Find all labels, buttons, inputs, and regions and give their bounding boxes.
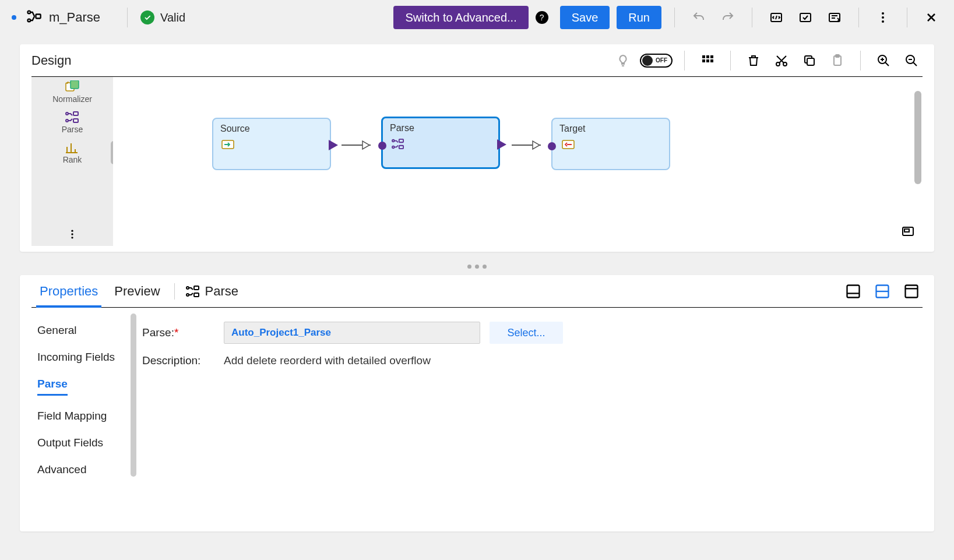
hint-button xyxy=(612,50,634,72)
side-tab-field-mapping[interactable]: Field Mapping xyxy=(31,403,136,429)
switch-advanced-button[interactable]: Switch to Advanced... xyxy=(393,6,528,29)
svg-rect-27 xyxy=(73,119,78,122)
palette-item-normalizer[interactable]: Normalizer xyxy=(31,77,113,107)
palette-more-button[interactable] xyxy=(31,223,113,246)
port-in-icon[interactable] xyxy=(548,142,556,150)
svg-point-8 xyxy=(882,20,884,23)
layout-bottom-button[interactable] xyxy=(842,280,864,302)
separator xyxy=(674,8,675,27)
parameters-button[interactable] xyxy=(765,6,787,29)
layout-toggles xyxy=(842,280,923,302)
paste-button xyxy=(826,50,849,72)
svg-rect-41 xyxy=(194,286,199,290)
svg-rect-2 xyxy=(36,15,41,19)
design-title: Design xyxy=(31,53,71,68)
auto-layout-toggle[interactable]: OFF xyxy=(640,54,673,68)
description-label: Description: xyxy=(142,354,224,367)
edge xyxy=(342,145,371,146)
unsaved-indicator-icon xyxy=(12,15,16,20)
status-text: Valid xyxy=(160,11,185,24)
svg-rect-13 xyxy=(706,59,709,62)
svg-rect-42 xyxy=(194,293,199,297)
side-tab-general[interactable]: General xyxy=(31,317,136,344)
side-tab-incoming-fields[interactable]: Incoming Fields xyxy=(31,344,136,371)
svg-point-32 xyxy=(392,140,395,142)
svg-rect-4 xyxy=(800,13,811,22)
more-menu-button[interactable] xyxy=(872,6,894,29)
tab-properties[interactable]: Properties xyxy=(31,275,106,307)
port-in-icon[interactable] xyxy=(378,142,386,150)
properties-tab-bar: Properties Preview Parse xyxy=(31,275,923,308)
select-asset-button[interactable]: Select... xyxy=(490,322,563,344)
properties-side-tabs: General Incoming Fields Parse Field Mapp… xyxy=(31,308,136,531)
node-parse[interactable]: Parse xyxy=(381,117,500,169)
zoom-in-button[interactable] xyxy=(872,50,895,72)
node-source[interactable]: Source xyxy=(212,118,331,170)
source-icon xyxy=(221,139,323,153)
svg-rect-14 xyxy=(710,59,713,62)
svg-point-7 xyxy=(882,16,884,19)
separator xyxy=(730,51,731,71)
separator xyxy=(174,283,175,300)
mapping-icon xyxy=(26,8,42,27)
parse-asset-field[interactable]: Auto_Project1_Parse xyxy=(224,322,480,344)
node-title: Source xyxy=(220,124,323,134)
separator xyxy=(858,8,859,27)
side-tab-parse[interactable]: Parse xyxy=(31,371,136,403)
svg-point-29 xyxy=(71,233,73,235)
svg-point-40 xyxy=(186,294,189,296)
arrow-icon xyxy=(531,140,542,153)
svg-rect-35 xyxy=(399,146,403,149)
tab-preview[interactable]: Preview xyxy=(106,275,168,307)
zoom-out-button[interactable] xyxy=(900,50,923,72)
port-out-icon[interactable] xyxy=(496,137,509,154)
cut-button[interactable] xyxy=(770,50,793,72)
top-toolbar: m_Parse Valid Switch to Advanced... ? Sa… xyxy=(0,0,954,35)
svg-rect-38 xyxy=(904,229,909,232)
separator xyxy=(127,8,128,27)
panel-resize-handle[interactable] xyxy=(20,261,934,272)
close-button[interactable] xyxy=(920,6,942,29)
svg-rect-11 xyxy=(710,55,713,58)
save-button[interactable]: Save xyxy=(560,6,610,29)
palette-item-rank[interactable]: Rank xyxy=(31,138,113,168)
delete-button[interactable] xyxy=(742,50,765,72)
design-canvas[interactable]: Source Parse xyxy=(113,77,923,246)
properties-panel: Properties Preview Parse General Incomin… xyxy=(20,275,934,531)
layout-split-button[interactable] xyxy=(871,280,893,302)
separator xyxy=(907,8,907,27)
parse-asset-label: Parse:* xyxy=(142,326,224,339)
run-button[interactable]: Run xyxy=(617,6,661,29)
canvas-scrollbar[interactable] xyxy=(914,91,921,184)
separator xyxy=(684,51,685,71)
svg-rect-47 xyxy=(906,285,918,297)
help-icon[interactable]: ? xyxy=(536,11,548,24)
palette-label: Parse xyxy=(62,125,83,134)
validate-button[interactable] xyxy=(794,6,816,29)
layout-full-button[interactable] xyxy=(900,280,923,302)
palette-label: Normalizer xyxy=(52,94,92,104)
palette-label: Rank xyxy=(63,155,82,164)
svg-point-1 xyxy=(28,19,31,22)
minimap-button[interactable] xyxy=(897,220,919,242)
separator xyxy=(752,8,752,27)
node-target[interactable]: Target xyxy=(551,118,670,170)
copy-button[interactable] xyxy=(798,50,821,72)
target-icon xyxy=(561,139,662,153)
check-circle-icon xyxy=(140,10,154,24)
separator xyxy=(860,51,861,71)
sql-override-button[interactable] xyxy=(823,6,846,29)
side-tab-output-fields[interactable]: Output Fields xyxy=(31,429,136,456)
edge xyxy=(512,145,541,146)
svg-rect-23 xyxy=(71,80,79,89)
port-out-icon[interactable] xyxy=(328,138,340,155)
breadcrumb-label: Parse xyxy=(205,284,238,299)
svg-point-28 xyxy=(71,230,73,232)
parse-icon xyxy=(391,138,491,152)
svg-rect-17 xyxy=(807,58,814,65)
palette-item-parse[interactable]: Parse xyxy=(31,107,113,138)
side-tabs-scrollbar[interactable] xyxy=(131,314,136,477)
svg-point-30 xyxy=(71,237,73,238)
arrange-button[interactable] xyxy=(696,50,719,72)
side-tab-advanced[interactable]: Advanced xyxy=(31,456,136,483)
